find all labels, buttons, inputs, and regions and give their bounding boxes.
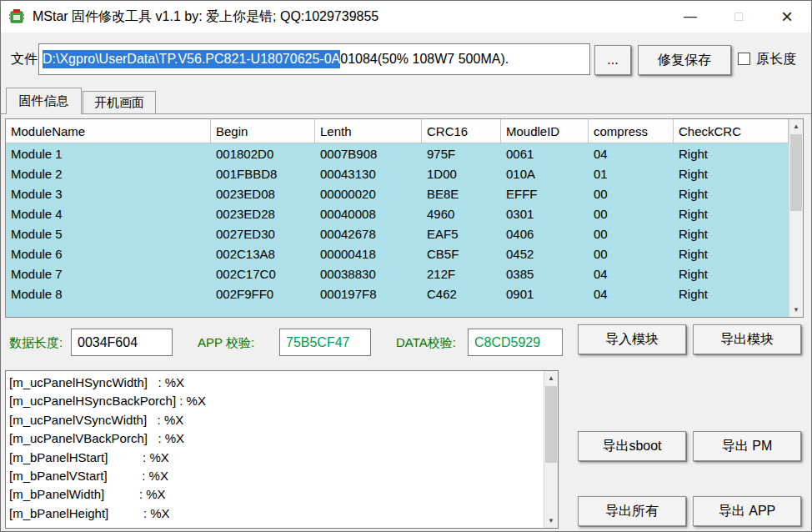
caption-buttons: — □ × [666,1,811,33]
export-all-button[interactable]: 导出所有 [578,496,686,526]
table-cell: Right [674,263,789,284]
tab-boot-screen[interactable]: 开机画面 [83,91,156,114]
data-checksum-label: DATA校验: [396,335,456,351]
table-cell: 002C17C0 [211,263,315,284]
file-path-input[interactable]: D:\Xgpro\UserData\TP.V56.PC821-U18070625… [38,43,590,75]
scroll-down-icon[interactable]: ▼ [789,303,803,317]
app-checksum-field[interactable]: 75B5CF47 [279,329,371,356]
data-checksum-field[interactable]: C8CD5929 [468,329,563,356]
table-cell: 975F [422,143,501,163]
table-cell: 001802D0 [211,143,315,163]
titlebar: MStar 固件修改工具 v1.1 by: 爱上你是错; QQ:10297398… [1,1,811,33]
import-module-button[interactable]: 导入模块 [578,324,686,354]
table-row[interactable]: Module 6002C13A800000418CB5F045200Right [6,243,789,263]
orig-length-checkbox[interactable] [738,53,750,65]
table-cell: 0061 [501,143,589,163]
table-cell: 0027ED30 [211,223,315,243]
table-row[interactable]: Module 40023ED28000400084960030100Right [6,203,789,223]
table-cell: 001FBBD8 [211,163,315,183]
table-cell: Module 5 [6,223,211,243]
scroll-up-icon[interactable]: ▲ [789,119,803,133]
column-header-compress[interactable]: compress [589,119,674,143]
table-row[interactable]: Module 7002C17C000038830212F038504Right [6,263,789,284]
log-line: [m_bPanelHeight] : %X [9,504,541,523]
app-checksum-label: APP 校验: [198,335,254,351]
table-cell: 0385 [501,263,589,284]
table-cell: Right [674,223,789,243]
table-cell: Module 2 [6,163,211,183]
table-row[interactable]: Module 1001802D00007B908975F006104Right [6,143,789,163]
log-line: [m_ucPanelHSyncBackPorch] : %X [9,392,541,410]
table-cell: 002C13A8 [211,243,315,263]
log-scrollbar[interactable]: ▲ ▼ [544,371,558,528]
table-cell: 00 [589,183,674,203]
export-module-button[interactable]: 导出模块 [693,324,801,354]
log-line: [m_ucPanelVBackPorch] : %X [9,429,541,448]
close-button[interactable]: × [763,1,811,33]
tab-firmware-info[interactable]: 固件信息 [6,88,82,114]
table-row[interactable]: Module 30023ED0800000020BE8EEFFF00Right [6,183,789,203]
column-header-modulename[interactable]: ModuleName [6,119,211,143]
table-header: ModuleName Begin Lenth CRC16 MoudleID co… [6,119,789,143]
table-cell: Right [674,243,789,263]
table-cell: Module 6 [6,243,211,263]
table-cell: 0406 [501,223,589,243]
table-cell: 00000418 [315,243,422,263]
log-line: [m_bPanelWidth] : %X [9,485,541,504]
log-line: [m_bPanelHStart] : %X [9,449,541,467]
app-icon [8,8,25,25]
export-pm-button[interactable]: 导出 PM [693,431,801,461]
table-row[interactable]: Module 2001FBBD8000431301D00010A01Right [6,163,789,183]
table-cell: 04 [589,143,674,163]
scroll-up-icon[interactable]: ▲ [544,371,558,385]
table-cell: 0007B908 [315,143,422,163]
table-cell: 00 [589,203,674,223]
module-table-body: Module 1001802D00007B908975F006104RightM… [6,143,803,304]
table-cell: 4960 [422,203,501,223]
repair-save-button[interactable]: 修复保存 [638,45,731,75]
table-cell: 0301 [501,203,589,223]
table-row[interactable]: Module 8002F9FF0000197F8C462090104Right [6,284,789,304]
column-header-moudleid[interactable]: MoudleID [501,119,589,143]
table-cell: 00 [589,223,674,243]
export-app-button[interactable]: 导出 APP [693,496,801,526]
table-cell: 00042678 [315,223,422,243]
table-cell: Right [674,143,789,163]
tabstrip-divider [1,113,811,114]
table-row[interactable]: Module 50027ED3000042678EAF5040600Right [6,223,789,243]
column-header-begin[interactable]: Begin [211,119,315,143]
column-header-crc16[interactable]: CRC16 [422,119,501,143]
table-row-partial [6,304,789,317]
table-cell: 010A [501,163,589,183]
table-cell: Module 4 [6,203,211,223]
maximize-button[interactable]: □ [714,1,763,33]
log-content: [m_ucPanelHSyncWidth] : %X[m_ucPanelHSyn… [9,374,541,526]
export-sboot-button[interactable]: 导出sboot [578,431,686,461]
module-table: ModuleName Begin Lenth CRC16 MoudleID co… [5,118,804,318]
data-length-label: 数据长度: [9,335,63,351]
table-cell: 0452 [501,243,589,263]
scrollbar-thumb[interactable] [545,386,557,463]
table-cell: BE8E [422,183,501,203]
minimize-button[interactable]: — [666,1,714,33]
table-cell: C462 [422,284,501,304]
table-cell: 00040008 [315,203,422,223]
table-cell: 212F [422,263,501,284]
table-cell: 002F9FF0 [211,284,315,304]
table-cell: 0023ED08 [211,183,315,203]
table-cell: 00043130 [315,163,422,183]
scroll-down-icon[interactable]: ▼ [544,514,558,528]
table-cell: 1D00 [422,163,501,183]
log-panel[interactable]: [m_ucPanelHSyncWidth] : %X[m_ucPanelHSyn… [5,370,559,529]
table-scrollbar[interactable]: ▲ ▼ [789,119,803,317]
column-header-checkcrc[interactable]: CheckCRC [674,119,789,143]
scrollbar-thumb[interactable] [790,134,802,211]
data-length-field[interactable]: 0034F604 [71,329,173,356]
file-path-selected-text: D:\Xgpro\UserData\TP.V56.PC821-U18070625… [43,50,340,68]
app-window: MStar 固件修改工具 v1.1 by: 爱上你是错; QQ:10297398… [0,0,812,532]
orig-length-label: 原长度 [756,51,796,68]
file-path-rest-text: 01084(50% 108W7 500MA). [340,50,509,68]
browse-button[interactable]: ... [594,45,631,75]
table-cell: 01 [589,163,674,183]
column-header-lenth[interactable]: Lenth [315,119,422,143]
